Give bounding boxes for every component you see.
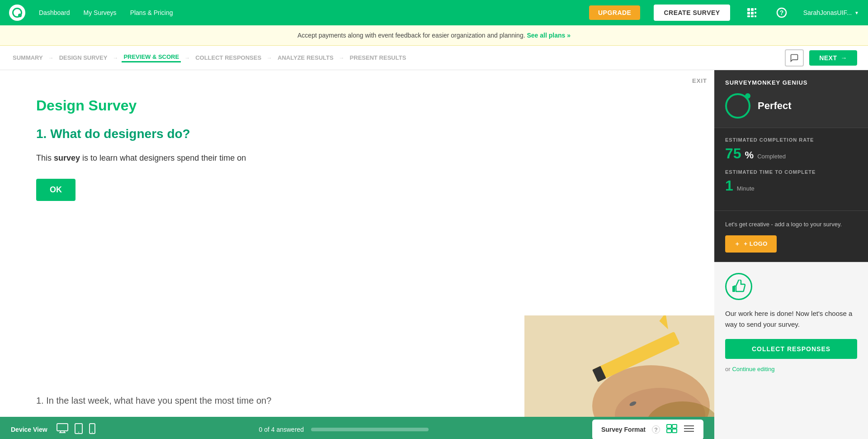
breadcrumb-present-results[interactable]: PRESENT RESULTS (348, 54, 408, 61)
nav-links: Dashboard My Surveys Plans & Pricing (39, 9, 173, 16)
completion-rate-value: 75 % Completed (725, 145, 857, 162)
or-text: or (725, 366, 731, 372)
user-menu[interactable]: SarahJonasUIF... ▼ (803, 9, 859, 16)
collect-responses-button[interactable]: COLLECT RESPONSES (725, 339, 857, 359)
device-icons (57, 423, 95, 436)
format-help-icon[interactable]: ? (652, 425, 660, 434)
breadcrumb-design-survey[interactable]: DESIGN SURVEY (57, 54, 109, 61)
survey-bold-word: survey (54, 153, 80, 162)
next-question-preview: 1. In the last week, what have you spent… (36, 396, 271, 406)
progress-track (311, 428, 429, 431)
main-container: EXIT Design Survey 1. What do designers … (0, 70, 868, 439)
survey-preview-area: EXIT Design Survey 1. What do designers … (0, 70, 714, 439)
breadcrumb-analyze-results[interactable]: ANALYZE RESULTS (276, 54, 335, 61)
survey-format-label: Survey Format (601, 426, 646, 433)
breadcrumb-arrow-5: → (339, 55, 344, 61)
right-panel: SURVEYMONKEY GENIUS Perfect ESTIMATED CO… (714, 70, 868, 439)
genius-score: Perfect (725, 93, 857, 119)
upgrade-button[interactable]: UPGRADE (589, 5, 641, 20)
breadcrumb-items: SUMMARY → DESIGN SURVEY → PREVIEW & SCOR… (11, 53, 785, 62)
breadcrumb-arrow-4: → (267, 55, 272, 61)
survey-description: This survey is to learn what designers s… (36, 152, 678, 164)
svg-text:?: ? (779, 9, 783, 16)
nav-my-surveys[interactable]: My Surveys (84, 9, 117, 16)
completion-rate-label: ESTIMATED COMPLETION RATE (725, 137, 857, 143)
collect-section: Our work here is done! Now let's choose … (714, 262, 868, 439)
logo[interactable] (9, 5, 25, 21)
survey-question-1: 1. What do designers do? (36, 127, 678, 141)
apps-grid-icon[interactable] (744, 5, 760, 21)
svg-rect-28 (672, 425, 677, 428)
genius-section: SURVEYMONKEY GENIUS Perfect (714, 70, 868, 128)
plus-icon: ＋ (734, 240, 741, 248)
time-value: 1 Minute (725, 177, 857, 194)
svg-rect-5 (755, 12, 756, 14)
collect-text: Our work here is done! Now let's choose … (725, 308, 857, 330)
svg-rect-7 (751, 15, 754, 17)
svg-rect-27 (667, 425, 671, 428)
breadcrumb-navigation: SUMMARY → DESIGN SURVEY → PREVIEW & SCOR… (0, 46, 868, 70)
create-survey-button[interactable]: CREATE SURVEY (654, 5, 730, 21)
stats-section: ESTIMATED COMPLETION RATE 75 % Completed… (714, 128, 868, 211)
thumbsup-icon (725, 273, 752, 300)
username: SarahJonasUIF... (803, 9, 852, 16)
logo-section: Let's get creative - add a logo to your … (714, 211, 868, 262)
logo-prompt: Let's get creative - add a logo to your … (725, 220, 857, 229)
mobile-icon[interactable] (89, 423, 95, 436)
tablet-icon[interactable] (75, 423, 83, 436)
promo-banner: Accept payments along with event feedbac… (0, 25, 868, 46)
breadcrumb-actions: NEXT → (785, 49, 857, 67)
time-unit: Minute (737, 185, 755, 192)
chevron-down-icon: ▼ (854, 10, 859, 15)
svg-rect-19 (57, 424, 68, 431)
breadcrumb-arrow-3: → (184, 55, 190, 61)
genius-title: SURVEYMONKEY GENIUS (725, 79, 857, 86)
ok-button[interactable]: OK (36, 179, 75, 201)
help-icon[interactable]: ? (774, 5, 790, 21)
survey-card: EXIT Design Survey 1. What do designers … (0, 70, 714, 439)
svg-point-26 (92, 432, 93, 433)
svg-rect-35 (732, 286, 735, 292)
next-button[interactable]: NEXT → (809, 50, 857, 66)
svg-rect-4 (751, 12, 754, 14)
progress-text: 0 of 4 answered (259, 426, 304, 433)
continue-editing-link[interactable]: Continue editing (732, 366, 774, 372)
score-label: Perfect (758, 100, 792, 112)
logo-btn-label: + LOGO (744, 240, 768, 247)
breadcrumb-arrow-2: → (113, 55, 118, 61)
exit-button[interactable]: EXIT (692, 77, 707, 84)
completion-rate-suffix: % (745, 149, 754, 161)
svg-rect-0 (747, 8, 750, 11)
desktop-icon[interactable] (57, 423, 68, 436)
survey-title: Design Survey (36, 97, 678, 114)
logo-mark (12, 8, 22, 18)
breadcrumb-preview-score[interactable]: PREVIEW & SCORE (122, 53, 181, 62)
time-to-complete-stat: ESTIMATED TIME TO COMPLETE 1 Minute (725, 169, 857, 194)
svg-rect-2 (755, 8, 756, 10)
device-view-label: Device View (11, 426, 47, 433)
svg-rect-29 (667, 429, 671, 433)
svg-rect-3 (747, 12, 750, 14)
see-all-plans-link[interactable]: See all plans » (527, 32, 571, 39)
time-label: ESTIMATED TIME TO COMPLETE (725, 169, 857, 175)
grid-format-icon[interactable] (666, 424, 677, 435)
score-circle (725, 93, 750, 119)
comment-button[interactable] (785, 49, 804, 67)
breadcrumb-summary[interactable]: SUMMARY (11, 54, 45, 61)
list-format-icon[interactable] (684, 424, 694, 435)
add-logo-button[interactable]: ＋ + LOGO (725, 235, 777, 253)
nav-dashboard[interactable]: Dashboard (39, 9, 70, 16)
svg-point-24 (78, 432, 79, 433)
completion-rate-number: 75 (725, 145, 741, 162)
bottom-bar: Device View (0, 417, 714, 439)
svg-rect-6 (747, 15, 750, 17)
survey-format-panel: Survey Format ? (592, 420, 703, 439)
top-navigation: Dashboard My Surveys Plans & Pricing UPG… (0, 0, 868, 25)
svg-rect-30 (672, 429, 677, 433)
nav-plans-pricing[interactable]: Plans & Pricing (130, 9, 173, 16)
svg-rect-8 (755, 15, 756, 17)
progress-bar-container: 0 of 4 answered (104, 426, 583, 433)
time-number: 1 (725, 177, 733, 194)
breadcrumb-arrow-1: → (48, 55, 54, 61)
breadcrumb-collect-responses[interactable]: COLLECT RESPONSES (193, 54, 263, 61)
